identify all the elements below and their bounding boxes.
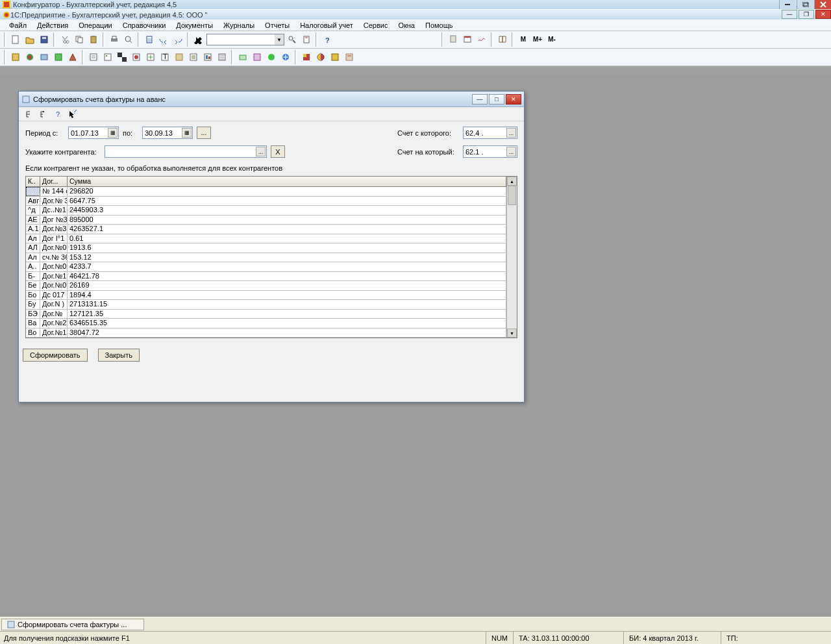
tb2-mplus-button[interactable]: М+ <box>531 32 544 45</box>
outer-close-button[interactable] <box>814 0 831 9</box>
cut-icon[interactable] <box>58 33 71 46</box>
table-row[interactable]: БеДог.№026169 <box>26 281 506 291</box>
table-row[interactable]: АлДог І°10.61 <box>26 234 506 244</box>
menu-reports[interactable]: Отчеты <box>260 20 295 31</box>
dlg-tb-help-icon[interactable]: ? <box>53 109 63 119</box>
tb3-icon-12[interactable] <box>173 51 186 64</box>
col-header-dog[interactable]: Дог... <box>40 177 68 186</box>
clear-agent-button[interactable]: X <box>271 145 285 158</box>
tb3-icon-2[interactable] <box>23 51 36 64</box>
outer-maximize-button[interactable] <box>797 0 813 9</box>
tb3-icon-10[interactable] <box>144 51 157 64</box>
tb3-icon-8[interactable] <box>116 51 129 64</box>
calendar-icon[interactable]: ▦ <box>108 128 118 138</box>
dlg-tb-tree1-icon[interactable] <box>24 109 34 119</box>
table-row[interactable]: Б-Дог.№146421.78 <box>26 272 506 282</box>
tb3-icon-3[interactable] <box>38 51 51 64</box>
col-header-k[interactable]: К.. <box>26 177 40 186</box>
new-icon[interactable] <box>9 33 22 46</box>
properties-icon[interactable] <box>300 33 313 46</box>
tb3-icon-5[interactable] <box>66 51 79 64</box>
tb3-icon-22[interactable] <box>329 51 341 64</box>
acc-to-input[interactable]: 62.1 .... <box>463 145 517 158</box>
tb3-icon-11[interactable]: T <box>158 51 171 64</box>
close-button[interactable]: Закрыть <box>98 349 140 362</box>
tb2-book-icon[interactable] <box>496 32 509 45</box>
tb3-icon-21[interactable] <box>314 51 327 64</box>
menu-documents[interactable]: Документы <box>171 20 218 31</box>
menu-file[interactable]: Файл <box>4 20 32 31</box>
tb3-icon-18[interactable] <box>265 51 278 64</box>
tb2-calc-icon[interactable] <box>447 32 460 45</box>
inner-restore-button[interactable]: ❐ <box>799 10 814 19</box>
period-select-button[interactable]: ... <box>197 127 211 139</box>
outer-minimize-button[interactable] <box>779 0 796 9</box>
menu-directories[interactable]: Справочники <box>118 20 171 31</box>
copy-icon[interactable] <box>73 33 86 46</box>
preview-icon[interactable] <box>122 33 135 46</box>
dialog-maximize-button[interactable]: □ <box>489 94 504 105</box>
acc-from-input[interactable]: 62.4 .... <box>463 127 517 139</box>
table-row[interactable]: ВоДог.№138047.72 <box>26 328 506 338</box>
tb3-icon-16[interactable] <box>236 51 249 64</box>
redo-icon[interactable] <box>171 33 184 46</box>
menu-journals[interactable]: Журналы <box>218 20 260 31</box>
menu-tax[interactable]: Налоговый учет <box>295 20 358 31</box>
save-icon[interactable] <box>38 33 51 46</box>
menu-windows[interactable]: Окна <box>393 20 420 31</box>
table-row[interactable]: АЕДог №3895000 <box>26 216 506 225</box>
tb3-icon-20[interactable] <box>300 51 313 64</box>
dlg-tb-cursor-icon[interactable]: ? <box>67 109 77 119</box>
open-icon[interactable] <box>23 33 36 46</box>
calc-icon[interactable] <box>143 33 156 46</box>
select-icon[interactable]: ... <box>506 147 516 156</box>
tb3-icon-9[interactable] <box>130 51 143 64</box>
table-row[interactable]: А..Дог.№04233.7 <box>26 262 506 272</box>
find-next-icon[interactable] <box>286 33 299 46</box>
dialog-titlebar[interactable]: Сформировать счета фактуры на аванс — □ … <box>19 92 524 107</box>
dialog-close-button[interactable]: ✕ <box>506 94 521 105</box>
date-to-input[interactable]: 30.09.13▦ <box>142 127 193 139</box>
table-row[interactable]: АЛДог.№01913.6 <box>26 243 506 253</box>
help-icon[interactable]: ? <box>321 33 334 46</box>
tb3-icon-4[interactable] <box>52 51 65 64</box>
taskbar-item[interactable]: Сформировать счета фактуры ... <box>1 619 144 630</box>
tb2-sign-icon[interactable] <box>475 32 488 45</box>
tb3-icon-19[interactable] <box>279 51 292 64</box>
table-row[interactable]: АвгДог.№ 36647.75 <box>26 197 506 206</box>
inner-minimize-button[interactable]: — <box>782 10 797 19</box>
table-row[interactable]: БуДог.N )2713131.15 <box>26 300 506 310</box>
table-row[interactable]: ВаДог.№26346515.35 <box>26 319 506 328</box>
find-icon[interactable] <box>192 33 205 46</box>
col-header-sum[interactable]: Сумма <box>68 177 506 186</box>
scroll-thumb[interactable] <box>508 186 516 205</box>
date-from-input[interactable]: 01.07.13▦ <box>68 127 119 139</box>
print-icon[interactable] <box>108 33 121 46</box>
tb3-icon-7[interactable] <box>101 51 114 64</box>
search-combo[interactable]: ▼ <box>206 34 284 45</box>
tb3-icon-17[interactable] <box>251 51 264 64</box>
tb3-icon-14[interactable] <box>201 51 214 64</box>
select-icon[interactable]: ... <box>506 128 516 138</box>
calendar-icon[interactable]: ▦ <box>182 128 192 138</box>
form-button[interactable]: Сформировать <box>23 349 88 362</box>
menu-operations[interactable]: Операции <box>73 20 117 31</box>
table-row[interactable]: Алсч.№ 36153.12 <box>26 253 506 263</box>
table-row[interactable]: ^дДс..№12445903.3 <box>26 206 506 216</box>
tb3-icon-13[interactable] <box>187 51 200 64</box>
tb3-icon-1[interactable] <box>9 51 22 64</box>
menu-service[interactable]: Сервис <box>358 20 393 31</box>
dlg-tb-tree2-icon[interactable] <box>38 109 49 119</box>
table-row[interactable]: А.1Дог.№34263527.1 <box>26 225 506 234</box>
select-icon[interactable]: ... <box>256 147 266 156</box>
tb2-calendar-icon[interactable] <box>461 32 474 45</box>
scroll-down-icon[interactable]: ▼ <box>507 328 517 338</box>
tb2-m-button[interactable]: М <box>517 32 530 45</box>
agent-input[interactable]: ... <box>105 145 267 158</box>
paste-icon[interactable] <box>87 33 100 46</box>
undo-icon[interactable] <box>157 33 170 46</box>
menu-actions[interactable]: Действия <box>32 20 73 31</box>
tb3-icon-23[interactable] <box>343 51 356 64</box>
dialog-minimize-button[interactable]: — <box>472 94 488 105</box>
table-scrollbar[interactable]: ▲ ▼ <box>506 177 517 338</box>
